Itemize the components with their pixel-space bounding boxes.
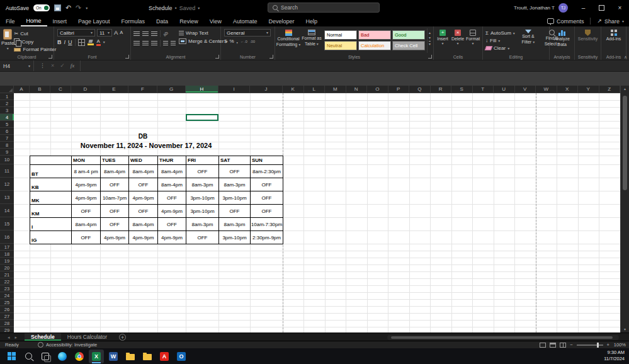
percent-style-icon[interactable]: [229, 39, 234, 44]
taskbar-file-explorer-icon[interactable]: [123, 350, 138, 363]
alignment-dialog-launcher[interactable]: [215, 55, 219, 59]
accounting-format-icon[interactable]: [224, 39, 227, 44]
scroll-up-icon[interactable]: [621, 87, 629, 91]
menu-tab-home[interactable]: Home: [21, 16, 47, 26]
align-right-icon[interactable]: [151, 41, 157, 46]
row-header-10[interactable]: 10: [0, 156, 14, 164]
taskbar-search-icon[interactable]: [21, 350, 36, 363]
add-ins-button[interactable]: Add-ins: [603, 28, 625, 53]
menu-tab-file[interactable]: File: [0, 16, 21, 26]
paste-button[interactable]: Paste: [1, 28, 14, 53]
spreadsheet-grid[interactable]: DB November 11, 2024 - November 17, 2024…: [0, 93, 620, 333]
close-button[interactable]: [611, 0, 629, 16]
gallery-down-icon[interactable]: [429, 36, 431, 40]
vertical-scrollbar-thumb[interactable]: [623, 96, 627, 190]
style-chip-normal[interactable]: Normal: [324, 30, 357, 40]
row-header-21[interactable]: 21: [0, 271, 14, 278]
menu-tab-review[interactable]: Review: [174, 16, 204, 26]
styles-dialog-launcher[interactable]: [428, 55, 432, 59]
column-header-w[interactable]: W: [536, 86, 557, 93]
system-clock[interactable]: 9:30 AM 11/7/2024: [604, 350, 625, 362]
underline-button[interactable]: [68, 40, 72, 45]
row-header-23[interactable]: 23: [0, 285, 14, 292]
italic-button[interactable]: [64, 40, 66, 45]
column-header-r[interactable]: R: [431, 86, 452, 93]
cut-button[interactable]: Cut: [14, 31, 56, 37]
style-chip-calculation[interactable]: Calculation: [358, 41, 391, 50]
menu-tab-page-layout[interactable]: Page Layout: [72, 16, 116, 26]
number-dialog-launcher[interactable]: [269, 55, 273, 59]
column-header-x[interactable]: X: [557, 86, 579, 93]
column-header-m[interactable]: M: [325, 86, 346, 93]
save-icon[interactable]: [54, 4, 61, 11]
column-header-j[interactable]: J: [250, 86, 283, 93]
row-header-11[interactable]: 11: [0, 164, 14, 178]
column-header-f[interactable]: F: [128, 86, 157, 93]
row-header-9[interactable]: 9: [0, 149, 14, 156]
row-header-25[interactable]: 25: [0, 299, 14, 306]
column-header-n[interactable]: N: [346, 86, 368, 93]
row-header-2[interactable]: 2: [0, 100, 14, 107]
formula-bar-dots-icon[interactable]: [40, 63, 45, 69]
row-header-1[interactable]: 1: [0, 93, 14, 100]
row-header-5[interactable]: 5: [0, 121, 14, 128]
column-header-e[interactable]: E: [100, 86, 128, 93]
style-chip-good[interactable]: Good: [392, 30, 425, 40]
row-header-15[interactable]: 15: [0, 217, 14, 230]
formula-input[interactable]: [81, 60, 629, 71]
format-cells-button[interactable]: Format: [465, 28, 480, 53]
insert-function-icon[interactable]: [71, 63, 75, 69]
increase-decimal-icon[interactable]: [241, 40, 247, 43]
title-chevron-icon[interactable]: [198, 6, 200, 10]
row-header-17[interactable]: 17: [0, 244, 14, 251]
taskbar-edge-icon[interactable]: [55, 350, 70, 363]
collapse-ribbon-icon[interactable]: [624, 55, 627, 59]
scroll-down-icon[interactable]: [621, 327, 629, 331]
normal-view-icon[interactable]: [540, 343, 546, 348]
gallery-more-icon[interactable]: [429, 41, 431, 46]
row-header-27[interactable]: 27: [0, 313, 14, 320]
column-header-u[interactable]: U: [494, 86, 515, 93]
column-header-d[interactable]: D: [71, 86, 100, 93]
style-chip-check-cell[interactable]: Check Cell: [392, 41, 425, 50]
column-header-q[interactable]: Q: [409, 86, 431, 93]
enter-icon[interactable]: [60, 63, 65, 69]
decrease-indent-icon[interactable]: [163, 41, 168, 45]
share-button[interactable]: Share: [597, 18, 624, 25]
sheet-tab-hours-calculator[interactable]: Hours Calculator: [61, 333, 113, 341]
column-header-s[interactable]: S: [451, 86, 473, 93]
zoom-level[interactable]: 100%: [613, 342, 626, 348]
fill-button[interactable]: Fill: [485, 38, 515, 43]
menu-tab-developer[interactable]: Developer: [263, 16, 300, 26]
column-header-t[interactable]: T: [473, 86, 494, 93]
sheet-nav-right-icon[interactable]: [15, 335, 18, 339]
taskbar-acrobat-icon[interactable]: A: [157, 350, 172, 363]
zoom-slider-thumb[interactable]: [597, 343, 599, 348]
font-size-select[interactable]: 11: [97, 29, 112, 37]
font-color-icon[interactable]: [96, 38, 101, 46]
taskbar-excel-icon[interactable]: X: [89, 350, 104, 363]
row-header-14[interactable]: 14: [0, 204, 14, 217]
increase-font-size-icon[interactable]: [114, 30, 118, 36]
minimize-button[interactable]: [574, 0, 592, 16]
avatar[interactable]: TJ: [558, 3, 568, 13]
copy-button[interactable]: Copy: [14, 38, 56, 45]
maximize-button[interactable]: [592, 0, 611, 16]
sheet-nav-left-icon[interactable]: [8, 335, 10, 339]
page-layout-view-icon[interactable]: [550, 343, 556, 348]
column-header-b[interactable]: B: [30, 86, 50, 93]
middle-align-icon[interactable]: [142, 31, 149, 37]
menu-tab-automate[interactable]: Automate: [227, 16, 263, 26]
style-chip-neutral[interactable]: Neutral: [324, 41, 357, 50]
taskbar-task-view-icon[interactable]: [38, 350, 53, 363]
user-name[interactable]: Troutt, Jonathan T: [514, 5, 555, 11]
font-dialog-launcher[interactable]: [125, 55, 129, 59]
sensitivity-button[interactable]: Sensitivity: [576, 28, 599, 53]
row-header-29[interactable]: 29: [0, 327, 14, 333]
column-header-k[interactable]: K: [283, 86, 304, 93]
comments-button[interactable]: Comments: [547, 18, 584, 25]
comma-style-icon[interactable]: [237, 39, 238, 44]
redo-icon[interactable]: [76, 4, 81, 11]
sheet-tab-schedule[interactable]: Schedule: [25, 333, 61, 341]
column-header-c[interactable]: C: [50, 86, 71, 93]
